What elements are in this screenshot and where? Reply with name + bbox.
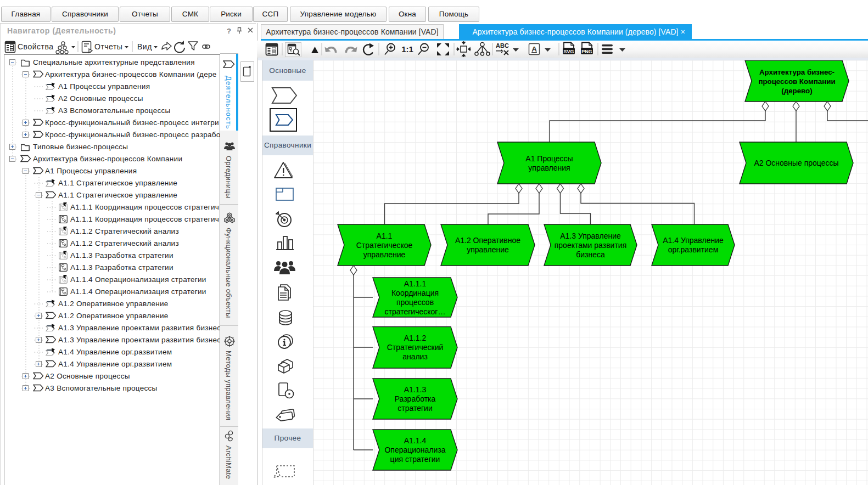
svg-text:орг.развитием: орг.развитием: [668, 245, 719, 254]
svg-text:А1.4 Управление: А1.4 Управление: [663, 236, 724, 245]
svg-text:PNG: PNG: [581, 49, 592, 54]
svg-text:А1.1.2: А1.1.2: [404, 334, 427, 342]
svg-text:?: ?: [227, 27, 231, 35]
svg-text:стратегическог…: стратегическог…: [385, 307, 446, 316]
svg-text:управление: управление: [363, 250, 406, 259]
svg-text:процессов Компании: процессов Компании: [758, 77, 835, 86]
svg-text:А1.1.1: А1.1.1: [404, 279, 427, 288]
svg-text:Архитектура бизнес-: Архитектура бизнес-: [759, 68, 835, 76]
svg-text:Стратегическое: Стратегическое: [356, 241, 413, 250]
svg-text:проектами развития: проектами развития: [555, 241, 627, 250]
svg-text:Свойства: Свойства: [18, 42, 53, 51]
svg-text:Операционализа: Операционализа: [384, 445, 445, 454]
svg-text:бизнеса: бизнеса: [576, 250, 605, 259]
svg-text:анализ: анализ: [402, 352, 428, 361]
svg-text:управление: управление: [467, 245, 509, 254]
svg-text:Координация: Координация: [391, 289, 439, 297]
svg-text:A: A: [531, 45, 537, 53]
svg-text:А1.1: А1.1: [377, 232, 393, 240]
svg-text:А1 Процессы: А1 Процессы: [525, 154, 573, 163]
svg-text:процессов: процессов: [396, 298, 434, 307]
svg-text:управления: управления: [528, 163, 570, 172]
svg-text:Разработка: Разработка: [395, 394, 436, 403]
svg-text:1:1: 1:1: [401, 44, 413, 54]
svg-text:стратегии: стратегии: [397, 404, 432, 413]
svg-text:ция стратегии: ция стратегии: [390, 455, 440, 464]
svg-text:А1.2 Оперативное: А1.2 Оперативное: [455, 236, 520, 245]
svg-text:А1.3 Управление: А1.3 Управление: [560, 232, 621, 240]
svg-text:ABC: ABC: [496, 42, 509, 49]
svg-text:А2 Основные процессы: А2 Основные процессы: [754, 159, 838, 167]
svg-text:А1.1.4: А1.1.4: [404, 436, 427, 445]
svg-text:SVG: SVG: [563, 49, 574, 54]
svg-text:А1.1.3: А1.1.3: [404, 385, 427, 394]
svg-text:Вид: Вид: [137, 42, 152, 51]
svg-text:Отчеты: Отчеты: [94, 42, 122, 51]
svg-text:(дерево): (дерево): [781, 87, 812, 95]
svg-text:Стратегический: Стратегический: [387, 343, 444, 352]
